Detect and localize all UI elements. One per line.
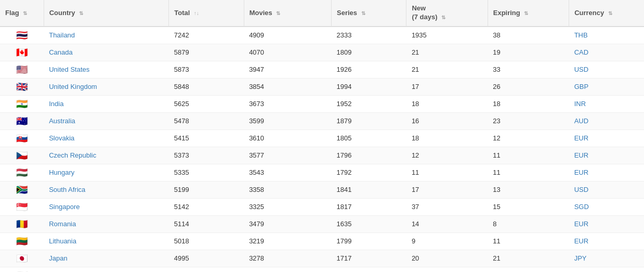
flag-icon: 🇸🇰 <box>16 133 28 144</box>
cell-new7days: 12 <box>406 267 488 272</box>
cell-series: 1635 <box>332 215 406 232</box>
cell-expiring: 11 <box>488 232 569 250</box>
currency-link[interactable]: EUR <box>574 151 588 159</box>
currency-link[interactable]: CAD <box>574 48 588 56</box>
cell-currency[interactable]: USD <box>569 181 644 198</box>
country-link[interactable]: South Africa <box>49 186 85 193</box>
cell-country[interactable]: Japan <box>44 250 169 267</box>
cell-total: 5848 <box>169 78 244 95</box>
cell-series: 1796 <box>332 147 406 164</box>
country-link[interactable]: Thailand <box>49 31 75 39</box>
cell-movies: 3947 <box>244 61 331 78</box>
cell-country[interactable]: Romania <box>44 215 169 232</box>
sort-icon-country: ⇅ <box>79 10 83 16</box>
cell-country[interactable]: Czech Republic <box>44 147 169 164</box>
flag-icon: 🇨🇿 <box>16 150 28 161</box>
cell-expiring: 38 <box>488 27 569 44</box>
cell-country[interactable]: Slovakia <box>44 129 169 147</box>
cell-country[interactable]: Hungary <box>44 164 169 181</box>
cell-country[interactable]: South Africa <box>44 181 169 198</box>
cell-flag: 🇷🇺 <box>0 267 44 272</box>
cell-flag: 🇨🇦 <box>0 44 44 61</box>
country-link[interactable]: Hungary <box>49 169 74 176</box>
country-link[interactable]: Australia <box>49 117 75 125</box>
cell-country[interactable]: Lithuania <box>44 232 169 250</box>
cell-currency[interactable]: EUR <box>569 164 644 181</box>
cell-country[interactable]: Singapore <box>44 198 169 215</box>
flag-icon: 🇦🇺 <box>16 116 28 126</box>
cell-flag: 🇭🇺 <box>0 164 44 181</box>
col-header-country[interactable]: Country ⇅ <box>44 0 169 27</box>
cell-currency[interactable]: EUR <box>569 147 644 164</box>
col-header-flag[interactable]: Flag ⇅ <box>0 0 44 27</box>
cell-currency[interactable]: AUD <box>569 112 644 129</box>
cell-country[interactable]: Russia <box>44 267 169 272</box>
cell-new7days: 14 <box>406 215 488 232</box>
cell-series: 1717 <box>332 250 406 267</box>
col-header-expiring[interactable]: Expiring ⇅ <box>488 0 569 27</box>
country-link[interactable]: India <box>49 100 63 108</box>
country-link[interactable]: United States <box>49 66 89 73</box>
col-header-new7days[interactable]: New(7 days) ⇅ <box>406 0 488 27</box>
col-header-series[interactable]: Series ⇅ <box>332 0 406 27</box>
cell-new7days: 20 <box>406 250 488 267</box>
cell-country[interactable]: United States <box>44 61 169 78</box>
cell-currency[interactable]: CAD <box>569 44 644 61</box>
sort-icon-currency: ⇅ <box>608 10 612 16</box>
country-link[interactable]: United Kingdom <box>49 83 97 90</box>
country-link[interactable]: Czech Republic <box>49 151 96 159</box>
cell-flag: 🇷🇴 <box>0 215 44 232</box>
table-row: 🇦🇺Australia5478359918791623AUD <box>0 112 644 129</box>
currency-link[interactable]: JPY <box>574 254 587 262</box>
cell-movies: 3543 <box>244 164 331 181</box>
country-link[interactable]: Japan <box>49 254 67 262</box>
col-header-total[interactable]: Total ↑↓ <box>169 0 244 27</box>
cell-expiring: 8 <box>488 215 569 232</box>
table-row: 🇷🇺Russia4977317718001213EUR <box>0 267 644 272</box>
currency-link[interactable]: SGD <box>574 203 589 211</box>
cell-new7days: 16 <box>406 112 488 129</box>
cell-currency[interactable]: EUR <box>569 267 644 272</box>
currency-link[interactable]: GBP <box>574 83 588 90</box>
currency-link[interactable]: USD <box>574 66 588 73</box>
country-link[interactable]: Romania <box>49 220 76 228</box>
cell-series: 2333 <box>332 27 406 44</box>
cell-movies: 3854 <box>244 78 331 95</box>
cell-currency[interactable]: USD <box>569 61 644 78</box>
cell-currency[interactable]: INR <box>569 95 644 112</box>
sort-icon-series: ⇅ <box>361 10 365 16</box>
currency-link[interactable]: EUR <box>574 169 588 176</box>
cell-currency[interactable]: EUR <box>569 215 644 232</box>
cell-flag: 🇹🇭 <box>0 27 44 44</box>
country-link[interactable]: Slovakia <box>49 134 74 142</box>
cell-flag: 🇱🇹 <box>0 232 44 250</box>
cell-currency[interactable]: GBP <box>569 78 644 95</box>
col-header-currency[interactable]: Currency ⇅ <box>569 0 644 27</box>
cell-series: 1805 <box>332 129 406 147</box>
country-link[interactable]: Canada <box>49 48 73 56</box>
currency-link[interactable]: AUD <box>574 117 588 125</box>
cell-new7days: 12 <box>406 147 488 164</box>
cell-country[interactable]: Canada <box>44 44 169 61</box>
country-link[interactable]: Lithuania <box>49 237 76 245</box>
cell-currency[interactable]: SGD <box>569 198 644 215</box>
currency-link[interactable]: EUR <box>574 220 588 228</box>
cell-currency[interactable]: EUR <box>569 129 644 147</box>
cell-country[interactable]: Thailand <box>44 27 169 44</box>
currency-link[interactable]: EUR <box>574 134 588 142</box>
currency-link[interactable]: INR <box>574 100 586 108</box>
currency-link[interactable]: THB <box>574 31 588 39</box>
cell-total: 4995 <box>169 250 244 267</box>
cell-currency[interactable]: JPY <box>569 250 644 267</box>
col-header-movies[interactable]: Movies ⇅ <box>244 0 331 27</box>
cell-country[interactable]: India <box>44 95 169 112</box>
cell-currency[interactable]: THB <box>569 27 644 44</box>
currency-link[interactable]: EUR <box>574 237 588 245</box>
currency-link[interactable]: USD <box>574 186 588 193</box>
cell-series: 1879 <box>332 112 406 129</box>
cell-country[interactable]: United Kingdom <box>44 78 169 95</box>
country-link[interactable]: Singapore <box>49 203 80 211</box>
cell-country[interactable]: Australia <box>44 112 169 129</box>
flag-icon: 🇹🇭 <box>16 30 28 41</box>
cell-currency[interactable]: EUR <box>569 232 644 250</box>
